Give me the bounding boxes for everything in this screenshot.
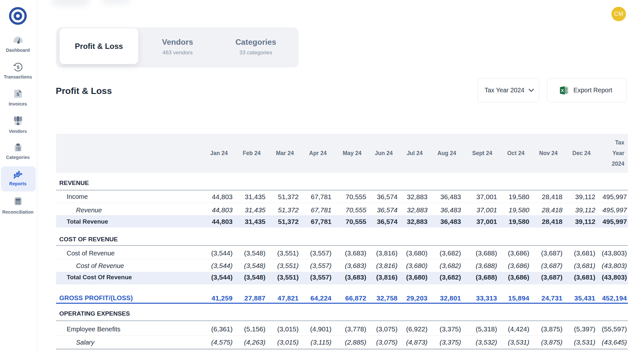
svg-text:$: $ [17, 64, 20, 70]
svg-text:$: $ [16, 91, 19, 97]
svg-text:X: X [561, 88, 564, 93]
